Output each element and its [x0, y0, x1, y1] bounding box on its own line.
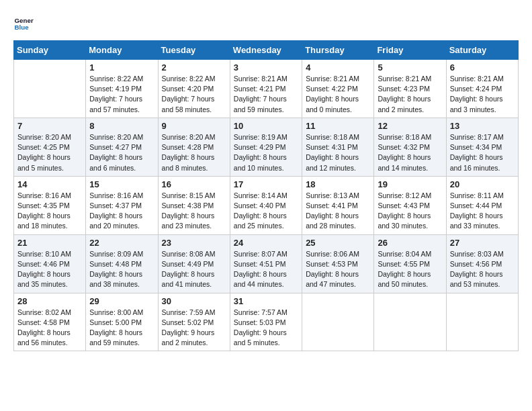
day-number: 31 — [234, 296, 298, 306]
calendar-cell — [446, 293, 518, 351]
day-number: 6 — [450, 62, 515, 73]
day-info-line: Sunrise: 8:17 AM — [450, 132, 515, 142]
day-info-line: and 47 minutes. — [306, 279, 370, 289]
day-info-line: Daylight: 8 hours — [306, 211, 370, 221]
calendar-cell: 27Sunrise: 8:03 AMSunset: 4:56 PMDayligh… — [446, 234, 518, 293]
day-info-line: Sunrise: 8:09 AM — [89, 249, 154, 259]
day-number: 23 — [162, 238, 226, 248]
day-info-line: and 44 minutes. — [234, 279, 298, 289]
day-info-line: Sunset: 4:21 PM — [234, 84, 298, 94]
day-info: Sunrise: 8:10 AMSunset: 4:46 PMDaylight:… — [17, 249, 82, 290]
day-number: 14 — [17, 179, 82, 189]
day-info-line: Daylight: 8 hours — [89, 328, 154, 338]
day-number: 13 — [450, 121, 515, 131]
calendar-cell: 8Sunrise: 8:20 AMSunset: 4:27 PMDaylight… — [86, 118, 158, 176]
day-info-line: Daylight: 8 hours — [234, 211, 298, 221]
day-number: 20 — [450, 179, 515, 189]
day-info-line: Sunrise: 8:18 AM — [306, 132, 370, 142]
day-info-line: and 59 minutes. — [234, 105, 298, 115]
calendar-cell: 24Sunrise: 8:07 AMSunset: 4:51 PMDayligh… — [230, 234, 302, 293]
day-info-line: Sunrise: 8:04 AM — [378, 249, 442, 259]
day-info-line: Sunrise: 8:20 AM — [17, 132, 82, 142]
day-info-line: Sunset: 4:35 PM — [17, 201, 82, 211]
day-info-line: Daylight: 9 hours — [234, 328, 298, 338]
day-info-line: Sunrise: 8:07 AM — [234, 249, 298, 259]
calendar-cell: 14Sunrise: 8:16 AMSunset: 4:35 PMDayligh… — [14, 176, 86, 234]
day-info-line: and 30 minutes. — [378, 221, 442, 231]
day-info-line: Sunrise: 8:16 AM — [89, 191, 154, 201]
day-number: 1 — [89, 62, 154, 73]
day-info-line: Sunset: 4:40 PM — [234, 201, 298, 211]
day-info: Sunrise: 8:20 AMSunset: 4:28 PMDaylight:… — [162, 132, 226, 173]
day-number: 4 — [306, 62, 370, 73]
calendar-cell: 12Sunrise: 8:18 AMSunset: 4:32 PMDayligh… — [374, 118, 446, 176]
day-info-line: Sunrise: 8:22 AM — [162, 74, 226, 84]
day-info-line: and 20 minutes. — [89, 221, 154, 231]
day-info-line: and 58 minutes. — [162, 105, 226, 115]
day-info-line: Sunset: 5:00 PM — [89, 318, 154, 328]
day-info-line: Sunrise: 8:08 AM — [162, 249, 226, 259]
calendar-cell: 15Sunrise: 8:16 AMSunset: 4:37 PMDayligh… — [86, 176, 158, 234]
day-info-line: Sunset: 4:20 PM — [162, 84, 226, 94]
logo: General Blue — [13, 13, 36, 34]
logo-icon: General Blue — [13, 13, 34, 34]
day-info-line: Sunrise: 8:11 AM — [450, 191, 515, 201]
day-number: 8 — [89, 121, 154, 131]
day-info: Sunrise: 8:21 AMSunset: 4:22 PMDaylight:… — [306, 74, 370, 115]
day-info-line: and 28 minutes. — [306, 221, 370, 231]
day-info: Sunrise: 8:18 AMSunset: 4:31 PMDaylight:… — [306, 132, 370, 173]
calendar-cell: 17Sunrise: 8:14 AMSunset: 4:40 PMDayligh… — [230, 176, 302, 234]
day-info-line: Sunset: 4:23 PM — [378, 84, 442, 94]
calendar-table: SundayMondayTuesdayWednesdayThursdayFrid… — [13, 40, 519, 351]
day-info-line: Daylight: 8 hours — [162, 152, 226, 163]
day-number: 26 — [378, 238, 442, 248]
day-info-line: Daylight: 8 hours — [306, 152, 370, 163]
day-info: Sunrise: 8:16 AMSunset: 4:37 PMDaylight:… — [89, 191, 154, 232]
day-info-line: Sunrise: 8:19 AM — [234, 132, 298, 142]
header-tuesday: Tuesday — [158, 41, 230, 60]
day-info: Sunrise: 8:21 AMSunset: 4:24 PMDaylight:… — [450, 74, 515, 115]
day-info-line: Sunrise: 8:14 AM — [234, 191, 298, 201]
day-info: Sunrise: 8:02 AMSunset: 4:58 PMDaylight:… — [17, 308, 82, 349]
day-number: 29 — [89, 296, 154, 306]
day-info-line: Sunrise: 8:00 AM — [89, 308, 154, 318]
day-info-line: Daylight: 8 hours — [450, 269, 515, 279]
day-info-line: Sunrise: 8:18 AM — [378, 132, 442, 142]
day-info-line: Sunset: 4:43 PM — [378, 201, 442, 211]
day-info-line: Daylight: 8 hours — [17, 328, 82, 338]
day-info-line: Sunset: 4:48 PM — [89, 259, 154, 269]
day-info-line: Sunset: 4:46 PM — [17, 259, 82, 269]
day-info: Sunrise: 8:16 AMSunset: 4:35 PMDaylight:… — [17, 191, 82, 232]
calendar-cell: 28Sunrise: 8:02 AMSunset: 4:58 PMDayligh… — [14, 293, 86, 351]
day-info: Sunrise: 8:22 AMSunset: 4:19 PMDaylight:… — [89, 74, 154, 115]
day-info: Sunrise: 8:15 AMSunset: 4:38 PMDaylight:… — [162, 191, 226, 232]
calendar-cell — [374, 293, 446, 351]
day-info: Sunrise: 8:14 AMSunset: 4:40 PMDaylight:… — [234, 191, 298, 232]
day-info-line: Daylight: 8 hours — [378, 94, 442, 104]
day-info: Sunrise: 8:21 AMSunset: 4:21 PMDaylight:… — [234, 74, 298, 115]
day-info-line: Sunset: 4:19 PM — [89, 84, 154, 94]
day-info-line: Daylight: 8 hours — [17, 211, 82, 221]
day-info-line: Sunrise: 8:20 AM — [89, 132, 154, 142]
day-info: Sunrise: 8:13 AMSunset: 4:41 PMDaylight:… — [306, 191, 370, 232]
calendar-cell: 6Sunrise: 8:21 AMSunset: 4:24 PMDaylight… — [446, 60, 518, 118]
day-info-line: Sunset: 4:28 PM — [162, 142, 226, 152]
calendar-cell: 23Sunrise: 8:08 AMSunset: 4:49 PMDayligh… — [158, 234, 230, 293]
day-info: Sunrise: 8:08 AMSunset: 4:49 PMDaylight:… — [162, 249, 226, 290]
day-info-line: Daylight: 8 hours — [162, 211, 226, 221]
calendar-cell — [14, 60, 86, 118]
day-number: 16 — [162, 179, 226, 189]
day-info-line: and 5 minutes. — [234, 338, 298, 348]
day-number: 30 — [162, 296, 226, 306]
header-thursday: Thursday — [302, 41, 374, 60]
day-info-line: Sunset: 4:29 PM — [234, 142, 298, 152]
day-info: Sunrise: 8:18 AMSunset: 4:32 PMDaylight:… — [378, 132, 442, 173]
header-row: SundayMondayTuesdayWednesdayThursdayFrid… — [14, 41, 519, 60]
day-info-line: and 14 minutes. — [378, 163, 442, 173]
day-info: Sunrise: 8:11 AMSunset: 4:44 PMDaylight:… — [450, 191, 515, 232]
day-info-line: Daylight: 8 hours — [306, 269, 370, 279]
day-info-line: and 38 minutes. — [89, 279, 154, 289]
day-info-line: Sunset: 4:55 PM — [378, 259, 442, 269]
day-number: 18 — [306, 179, 370, 189]
day-info-line: Sunset: 4:32 PM — [378, 142, 442, 152]
